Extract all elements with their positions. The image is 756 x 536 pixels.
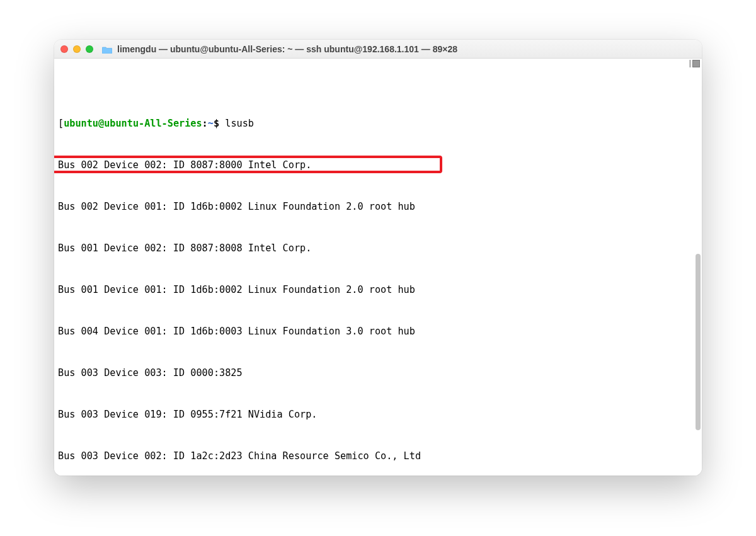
window-title: limengdu — ubuntu@ubuntu-All-Series: ~ —…: [117, 44, 696, 54]
output-line: Bus 001 Device 001: ID 1d6b:0002 Linux F…: [58, 283, 698, 297]
prompt-colon: :: [202, 118, 208, 129]
prompt-user-host: ubuntu@ubuntu-All-Series: [64, 118, 202, 129]
output-line: Bus 003 Device 002: ID 1a2c:2d23 China R…: [58, 449, 698, 463]
minimize-button[interactable]: [73, 45, 81, 53]
prompt-line-1: [ubuntu@ubuntu-All-Series:~$ lsusb: [58, 117, 698, 130]
maximize-button[interactable]: [86, 45, 93, 53]
output-line: Bus 002 Device 002: ID 8087:8000 Intel C…: [58, 158, 698, 172]
scrollbar-thumb[interactable]: [696, 254, 701, 430]
prompt-dollar: $: [214, 118, 219, 129]
prompt-path: ~: [208, 118, 214, 129]
close-button[interactable]: [60, 45, 68, 53]
output-line-highlighted: Bus 003 Device 019: ID 0955:7f21 NVidia …: [58, 408, 698, 421]
scrollbar-track[interactable]: [692, 59, 701, 474]
bracket-open: [: [58, 118, 64, 129]
traffic-lights: [60, 45, 93, 53]
output-line: Bus 002 Device 001: ID 1d6b:0002 Linux F…: [58, 200, 698, 214]
titlebar[interactable]: limengdu — ubuntu@ubuntu-All-Series: ~ —…: [54, 40, 702, 59]
folder-icon: [102, 45, 112, 53]
output-line: Bus 004 Device 001: ID 1d6b:0003 Linux F…: [58, 324, 698, 338]
output-line: Bus 003 Device 003: ID 0000:3825: [58, 366, 698, 380]
command-1: lsusb: [225, 118, 254, 129]
terminal-body[interactable]: [ubuntu@ubuntu-All-Series:~$ lsusb Bus 0…: [54, 59, 702, 476]
terminal-window: limengdu — ubuntu@ubuntu-All-Series: ~ —…: [54, 40, 702, 476]
output-line: Bus 001 Device 002: ID 8087:8008 Intel C…: [58, 241, 698, 255]
